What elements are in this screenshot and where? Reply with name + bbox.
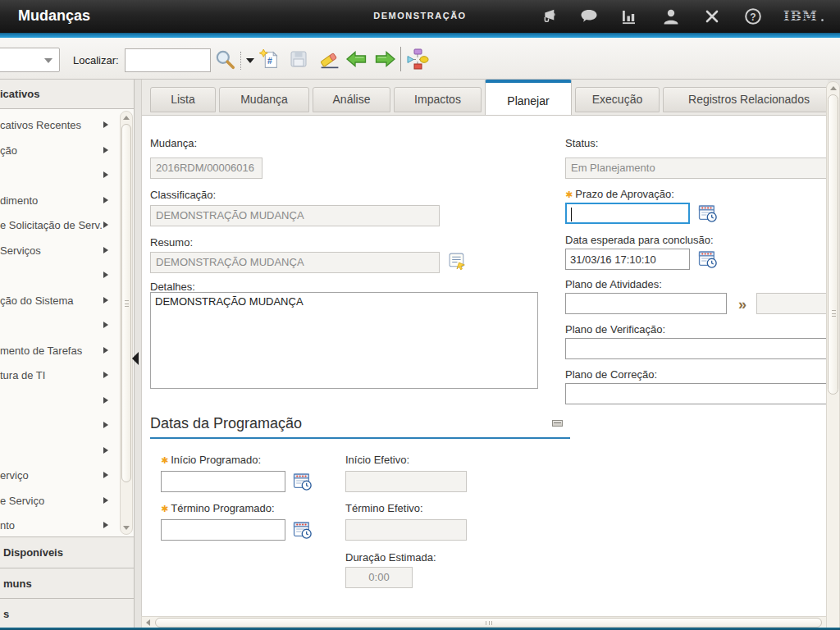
reports-chart-icon[interactable] [621,7,639,25]
sidebar-section-comuns[interactable]: muns [0,568,134,600]
sidebar-item[interactable] [0,262,134,288]
required-icon: ✱ [161,504,168,514]
search-button[interactable] [212,47,237,71]
previous-arrow-icon [345,48,368,70]
sidebar-section-last[interactable]: s [0,599,134,630]
resumo-label: Resumo: [150,236,193,249]
environment-label: DEMONSTRAÇÃO [373,11,466,21]
announcements-icon[interactable] [539,7,557,25]
calendar-clock-icon [293,520,313,540]
sidebar-item[interactable] [0,162,134,188]
sidebar-item[interactable]: e Serviço [0,488,134,514]
sidebar-item[interactable] [0,388,134,413]
profile-icon[interactable] [662,7,680,25]
tab-lista[interactable]: Lista [150,87,216,112]
application-window: Mudanças DEMONSTRAÇÃO ? [0,0,840,630]
svg-text:IBM: IBM [783,8,818,23]
workflow-button[interactable] [405,47,430,71]
page-title: Mudanças [18,7,90,25]
help-icon[interactable]: ? [744,7,762,25]
tab-planejar[interactable]: Planejar [485,80,572,116]
save-button[interactable] [286,47,311,71]
chevron-right-icon [103,372,108,378]
sidebar-item[interactable]: e Solicitação de Serv. [0,212,134,238]
chat-icon[interactable] [580,7,598,25]
termino-programado-calendar-button[interactable] [293,520,313,542]
duracao-estimada-label: Duração Estimada: [345,551,436,564]
termino-programado-label: ✱Término Programado: [161,502,275,514]
chevron-right-icon [103,197,108,203]
sidebar-item[interactable]: mento de Tarefas [0,338,134,363]
logout-close-icon[interactable] [703,7,721,25]
tab-execucao[interactable]: Execução [575,87,660,112]
next-record-button[interactable] [372,47,397,71]
detalhes-textarea[interactable]: DEMONSTRAÇÃO MUDANÇA [150,292,538,389]
goto-select[interactable] [0,48,60,72]
scrollbar-grip-icon [832,310,836,317]
tab-analise[interactable]: Análise [313,87,390,112]
scrollbar-grip-icon [486,621,492,625]
sidebar-scrollbar-thumb[interactable] [121,124,131,482]
sidebar-item[interactable]: Serviços [0,238,134,263]
plano-verificacao-input[interactable] [565,338,828,359]
scroll-up-button[interactable] [828,83,838,94]
data-esperada-input[interactable] [565,249,690,270]
tab-mudanca[interactable]: Mudança [219,87,309,112]
sidebar-item[interactable] [0,413,134,438]
required-icon: ✱ [565,189,573,199]
chevron-right-icon [103,322,108,328]
sidebar-section-disponiveis[interactable]: Disponíveis [0,537,134,568]
sidebar-item[interactable]: ção do Sistema [0,288,134,313]
search-options-caret-icon[interactable] [246,58,254,63]
clear-changes-button[interactable] [316,47,343,71]
main-vertical-scrollbar [826,81,840,629]
inicio-programado-input[interactable] [161,471,285,492]
chevron-right-icon [103,522,108,528]
status-field: Em Planejamento [565,158,828,179]
vertical-scrollbar-thumb[interactable] [828,94,838,395]
prazo-aprovacao-input[interactable] [565,203,690,224]
new-record-icon: # [258,48,281,71]
sidebar-item[interactable] [0,438,134,463]
mudanca-field: 2016RDM/00006016 [150,158,262,179]
workflow-icon [406,48,429,71]
sidebar-item[interactable]: nto [0,513,134,537]
previous-record-button[interactable] [345,47,369,71]
sidebar-item[interactable]: erviço [0,463,134,488]
tab-impactos[interactable]: Impactos [394,87,482,112]
prazo-aprovacao-calendar-button[interactable] [698,203,718,226]
sidebar-scroll-up-button[interactable] [121,112,132,123]
termino-efetivo-label: Término Efetivo: [345,502,423,514]
tab-registros-relacionados[interactable]: Registros Relacionados [663,87,828,112]
scroll-up-icon [830,86,837,90]
chevron-right-icon [103,422,108,428]
long-description-icon [448,252,468,271]
data-esperada-calendar-button[interactable] [698,249,718,272]
long-description-button[interactable] [448,252,468,273]
inicio-programado-calendar-button[interactable] [293,472,313,494]
plano-correcao-input[interactable] [565,383,828,404]
sidebar-item[interactable]: ção [0,138,134,163]
status-label: Status: [565,137,598,149]
plano-atividades-input[interactable] [565,293,727,314]
mudanca-label: Mudança: [150,137,197,149]
new-record-button[interactable]: # [257,47,281,71]
find-input[interactable] [125,48,211,72]
classificacao-label: Classificação: [150,189,216,201]
sidebar-collapse-handle[interactable] [132,352,139,365]
sidebar-item[interactable]: dimento [0,188,134,213]
search-icon [213,48,236,71]
inicio-efetivo-label: Início Efetivo: [345,454,409,466]
chevron-right-icon [103,171,108,178]
sidebar-item[interactable] [0,313,134,338]
sidebar-item[interactable]: cativos Recentes [0,112,134,138]
scroll-left-button[interactable] [143,618,153,628]
section-minimize-icon[interactable] [552,420,563,427]
termino-programado-input[interactable] [161,519,285,541]
toolbar-separator [400,47,401,71]
chevron-right-icon [103,297,108,304]
detail-menu-icon[interactable]: » [738,297,746,312]
sidebar-scroll-down-button[interactable] [121,523,132,533]
horizontal-scrollbar-thumb[interactable] [155,618,822,628]
sidebar-item[interactable]: tura de TI [0,363,134,388]
